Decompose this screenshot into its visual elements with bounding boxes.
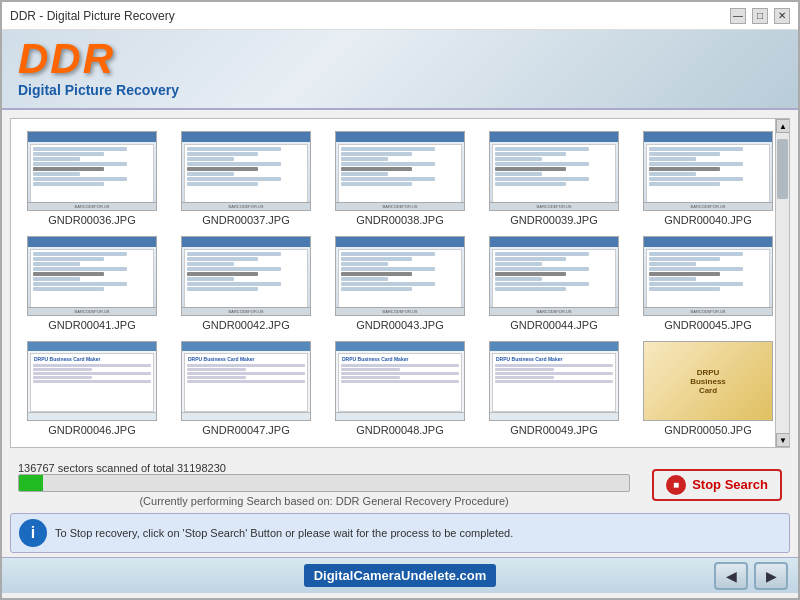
info-message: To Stop recovery, click on 'Stop Search'… — [55, 527, 781, 539]
thumbnail-image: DRPUBusinessCard — [643, 341, 773, 421]
thumbnail-filename: GNDR00049.JPG — [510, 424, 597, 436]
nav-forward-button[interactable]: ▶ — [754, 562, 788, 590]
stop-btn-wrapper: ■ Stop Search — [652, 469, 782, 501]
thumbnail-filename: GNDR00050.JPG — [664, 424, 751, 436]
list-item[interactable]: DRPU Business Card Maker GNDR00049.JPG — [477, 337, 631, 442]
sectors-text: 136767 sectors scanned of total 31198230 — [18, 462, 630, 474]
thumbnail-image: BARCODEFOR.US — [489, 236, 619, 316]
scroll-down-arrow[interactable]: ▼ — [776, 433, 790, 447]
list-item[interactable]: DRPUBusinessCard GNDR00050.JPG — [631, 337, 785, 442]
thumbnail-image: BARCODEFOR.US — [335, 236, 465, 316]
list-item[interactable]: DRPU Business Card Maker GNDR00047.JPG — [169, 337, 323, 442]
scroll-thumb[interactable] — [777, 139, 788, 199]
progress-sub-text: (Currently performing Search based on: D… — [18, 495, 630, 507]
thumbnail-image: BARCODEFOR.US — [27, 131, 157, 211]
list-item[interactable]: BARCODEFOR.US GNDR00037.JPG — [169, 127, 323, 232]
app-header: DDR Digital Picture Recovery — [2, 30, 798, 110]
thumbnail-filename: GNDR00045.JPG — [664, 319, 751, 331]
thumbnail-image: BARCODEFOR.US — [181, 131, 311, 211]
stop-label: Stop Search — [692, 477, 768, 492]
thumbnail-filename: GNDR00044.JPG — [510, 319, 597, 331]
thumbnail-filename: GNDR00040.JPG — [664, 214, 751, 226]
nav-buttons: ◀ ▶ — [714, 562, 788, 590]
progress-bar-fill — [19, 475, 43, 491]
thumbnail-filename: GNDR00043.JPG — [356, 319, 443, 331]
minimize-button[interactable]: — — [730, 8, 746, 24]
thumbnail-image: DRPU Business Card Maker — [335, 341, 465, 421]
thumbnail-label: DRPUBusinessCard — [690, 368, 726, 395]
list-item[interactable]: DRPU Business Card Maker GNDR00046.JPG — [15, 337, 169, 442]
footer-right: ◀ ▶ — [496, 562, 788, 590]
title-bar: DDR - Digital Picture Recovery — □ ✕ — [2, 2, 798, 30]
thumbnail-area: BARCODEFOR.US GNDR00036.JPG B — [10, 118, 790, 448]
thumbnail-image: BARCODEFOR.US — [643, 131, 773, 211]
progress-bar-container — [18, 474, 630, 492]
stop-icon: ■ — [666, 475, 686, 495]
thumbnail-image: BARCODEFOR.US — [643, 236, 773, 316]
thumbnail-filename: GNDR00041.JPG — [48, 319, 135, 331]
list-item[interactable]: BARCODEFOR.US GNDR00036.JPG — [15, 127, 169, 232]
app-logo: DDR — [18, 38, 782, 80]
scrollbar[interactable]: ▲ ▼ — [775, 119, 789, 447]
list-item[interactable]: BARCODEFOR.US GNDR00040.JPG — [631, 127, 785, 232]
thumbnail-filename: GNDR00047.JPG — [202, 424, 289, 436]
progress-row: 136767 sectors scanned of total 31198230… — [18, 462, 782, 507]
thumbnail-image: BARCODEFOR.US — [181, 236, 311, 316]
list-item[interactable]: BARCODEFOR.US GNDR00045.JPG — [631, 232, 785, 337]
list-item[interactable]: BARCODEFOR.US GNDR00042.JPG — [169, 232, 323, 337]
list-item[interactable]: DRPU Business Card Maker GNDR00048.JPG — [323, 337, 477, 442]
thumbnail-filename: GNDR00042.JPG — [202, 319, 289, 331]
window-controls[interactable]: — □ ✕ — [730, 8, 790, 24]
thumbnail-image: DRPU Business Card Maker — [27, 341, 157, 421]
list-item[interactable]: BARCODEFOR.US GNDR00044.JPG — [477, 232, 631, 337]
thumbnail-filename: GNDR00048.JPG — [356, 424, 443, 436]
progress-col: 136767 sectors scanned of total 31198230… — [18, 462, 630, 507]
nav-back-button[interactable]: ◀ — [714, 562, 748, 590]
maximize-button[interactable]: □ — [752, 8, 768, 24]
thumbnail-image: BARCODEFOR.US — [335, 131, 465, 211]
thumbnail-image: BARCODEFOR.US — [27, 236, 157, 316]
thumbnail-image: DRPU Business Card Maker — [181, 341, 311, 421]
app-subtitle: Digital Picture Recovery — [18, 82, 782, 98]
thumbnail-filename: GNDR00046.JPG — [48, 424, 135, 436]
scroll-up-arrow[interactable]: ▲ — [776, 119, 790, 133]
thumbnail-image: BARCODEFOR.US — [489, 131, 619, 211]
thumbnail-filename: GNDR00039.JPG — [510, 214, 597, 226]
brand-link[interactable]: DigitalCameraUndelete.com — [304, 564, 497, 587]
progress-area: 136767 sectors scanned of total 31198230… — [10, 456, 790, 513]
info-icon: i — [19, 519, 47, 547]
close-button[interactable]: ✕ — [774, 8, 790, 24]
list-item[interactable]: BARCODEFOR.US GNDR00041.JPG — [15, 232, 169, 337]
thumbnail-filename: GNDR00036.JPG — [48, 214, 135, 226]
thumbnail-filename: GNDR00037.JPG — [202, 214, 289, 226]
thumbnail-image: DRPU Business Card Maker — [489, 341, 619, 421]
list-item[interactable]: BARCODEFOR.US GNDR00039.JPG — [477, 127, 631, 232]
list-item[interactable]: BARCODEFOR.US GNDR00043.JPG — [323, 232, 477, 337]
info-bar: i To Stop recovery, click on 'Stop Searc… — [10, 513, 790, 553]
stop-search-button[interactable]: ■ Stop Search — [652, 469, 782, 501]
thumbnail-filename: GNDR00038.JPG — [356, 214, 443, 226]
list-item[interactable]: BARCODEFOR.US GNDR00038.JPG — [323, 127, 477, 232]
footer: DigitalCameraUndelete.com ◀ ▶ — [2, 557, 798, 593]
thumbnail-grid: BARCODEFOR.US GNDR00036.JPG B — [11, 119, 789, 447]
window-title: DDR - Digital Picture Recovery — [10, 9, 175, 23]
